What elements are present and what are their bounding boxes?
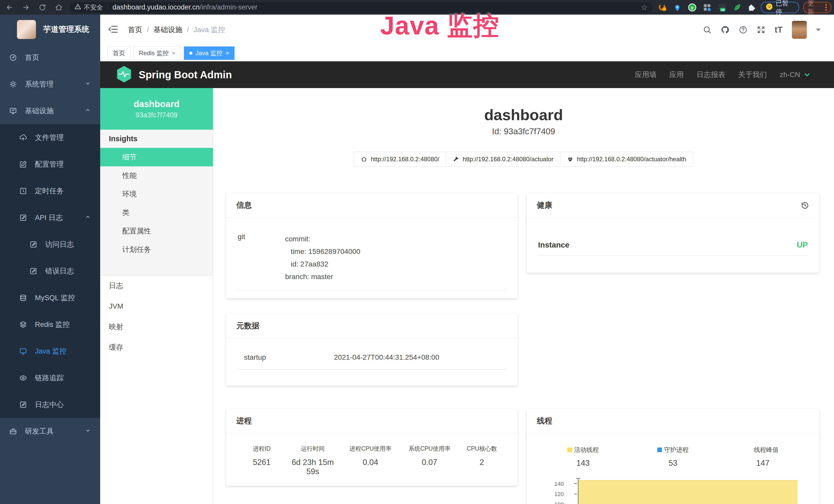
health-row-label: Instance [538,240,569,249]
help-icon[interactable] [739,25,747,34]
sba-menu-item-logs[interactable]: 日志 [100,275,213,296]
link-url: http://192.168.0.2:48080/ [371,156,439,163]
close-icon[interactable]: × [225,49,229,57]
metadata-row: startup 2021-04-27T00:44:31.254+08:00 [238,338,506,362]
process-card-title: 进程 [226,409,518,433]
puzzle-extensions-icon[interactable] [747,3,756,12]
instance-actuator-link[interactable]: http://192.168.0.2:48080/actuator [446,152,561,167]
screen: 不安全 dashboard.yudao.iocoder.cn/infra/adm… [0,0,834,504]
heartbeat-icon [567,156,573,162]
address-bar[interactable]: 不安全 dashboard.yudao.iocoder.cn/infra/adm… [69,2,653,13]
sba-instance-name: dashboard [134,99,179,109]
sba-nav-applications-wall[interactable]: 应用墙 [635,70,657,79]
home-icon[interactable] [55,4,63,11]
sidebar-item-java-monitor[interactable]: Java 监控 [0,338,100,365]
sba-menu-item-scheduled-tasks[interactable]: 计划任务 [100,240,213,259]
sba-menu-item-caches[interactable]: 缓存 [100,337,213,358]
fullscreen-icon[interactable] [757,25,765,34]
y-tick [574,483,577,484]
sidebar-item-config[interactable]: 配置管理 [0,151,100,178]
sidebar-item-log-center[interactable]: 日志中心 [0,391,100,418]
instance-health-link[interactable]: http://192.168.0.2:48080/actuator/health [560,152,693,167]
log-icon [29,267,38,275]
leaf-extension-icon[interactable] [732,3,741,12]
sidebar-item-redis[interactable]: Redis 监控 [0,311,100,338]
sba-menu-item-jvm[interactable]: JVM [100,296,213,317]
sba-menu-item-environment[interactable]: 环境 [100,185,213,203]
layers-icon [19,321,28,328]
sidebar-item-system[interactable]: 系统管理 [0,71,100,97]
sba-nav-applications[interactable]: 应用 [670,70,684,79]
page-subtitle: Id: 93a3fc7f7409 [213,127,834,136]
sba-nav-about[interactable]: 关于我们 [738,70,767,79]
sba-menu-item-classes[interactable]: 类 [100,203,213,222]
tab-java-monitor[interactable]: Java 监控 × [184,46,235,60]
sidebar-item-error-log[interactable]: 错误日志 [0,258,100,284]
github-icon[interactable] [721,25,729,34]
sba-menu-item-configprops[interactable]: 配置属性 [100,222,213,240]
app-title: 芋道管理系统 [43,24,89,35]
sba-menu-item-details[interactable]: 细节 [100,148,213,166]
history-icon[interactable] [801,201,809,209]
sidebar-item-api-log[interactable]: API 日志 [0,204,100,231]
browser-menu-icon[interactable] [825,4,827,11]
url-text: dashboard.yudao.iocoder.cn/infra/admin-s… [112,3,257,11]
hamburger-icon[interactable] [108,24,118,36]
pin-extension-icon[interactable] [673,3,682,12]
caret-down-icon[interactable] [816,28,821,31]
sba-language-select[interactable]: zh-CN [780,71,810,79]
sba-nav-journal[interactable]: 日志报表 [697,70,725,79]
forward-icon[interactable] [22,4,30,11]
breadcrumb-item[interactable]: 基础设施 [154,25,182,35]
sidebar-item-mysql[interactable]: MySQL 监控 [0,284,100,311]
tab-label: Redis 监控 [139,49,169,57]
sidebar-item-access-log[interactable]: 访问日志 [0,231,100,258]
sidebar-item-infra[interactable]: 基础设施 [0,97,100,124]
threads-card: 线程 活动线程 143 守护进程 53 线 [527,409,819,504]
orange-extension-icon[interactable] [658,3,667,12]
green-y-extension-icon[interactable]: y [688,3,697,12]
svg-text:y: y [691,5,694,10]
app-logo-row: 芋道管理系统 [0,15,100,44]
sidebar-item-home[interactable]: 首页 [0,44,100,71]
paused-extension-button[interactable]: 已暂停 [761,2,799,13]
sidebar-item-tracing[interactable]: 链路追踪 [0,365,100,391]
sba-menu-item-mappings[interactable]: 映射 [100,317,213,337]
sidebar-item-files[interactable]: 文件管理 [0,124,100,151]
tab-redis-monitor[interactable]: Redis 监控 × [134,46,181,60]
sidebar-item-jobs[interactable]: 定时任务 [0,178,100,204]
search-icon[interactable] [703,25,711,34]
on-badge-extension-icon[interactable]: on [718,3,726,12]
grid-extension-icon[interactable] [703,3,711,12]
sidebar-item-label: 系统管理 [25,79,54,89]
process-value: 2 [458,458,506,467]
metadata-row-value: 2021-04-27T00:44:31.254+08:00 [334,353,439,362]
close-icon[interactable]: × [172,49,175,57]
sba-menu-item-metrics[interactable]: 性能 [100,166,213,185]
sba-instance-box[interactable]: dashboard 93a3fc7f7409 [100,88,213,130]
breadcrumb-item[interactable]: 首页 [128,25,142,35]
chevron-up-icon [85,214,91,222]
tab-home[interactable]: 首页 [107,46,130,60]
health-row[interactable]: Instance UP [538,240,808,255]
process-col-header: CPU核心数 [458,445,506,453]
instance-home-link[interactable]: http://192.168.0.2:48080/ [354,152,446,167]
legend-item-peak: 线程峰值 147 [718,446,808,468]
metadata-card-title: 元数据 [226,314,518,338]
sidebar-item-devtools[interactable]: 研发工具 [0,418,100,445]
sba-instance-id: 93a3fc7f7409 [136,111,178,119]
back-icon[interactable] [6,4,13,11]
sba-brand[interactable]: Spring Boot Admin [116,66,232,84]
text-size-icon[interactable]: tT [775,25,783,35]
bookmark-star-icon[interactable]: ☆ [641,3,648,12]
monitor-icon [19,347,28,355]
reload-icon[interactable] [39,4,46,11]
eye-icon [19,374,28,382]
legend-item-live: 活动线程 143 [538,446,628,468]
paused-label: 已暂停 [776,0,794,16]
sidebar-item-label: MySQL 监控 [35,293,75,303]
briefcase-icon [8,428,18,435]
metadata-card: 元数据 startup 2021-04-27T00:44:31.254+08:0… [226,314,518,386]
update-browser-button[interactable]: 更新 [803,2,831,13]
avatar[interactable] [792,21,807,39]
